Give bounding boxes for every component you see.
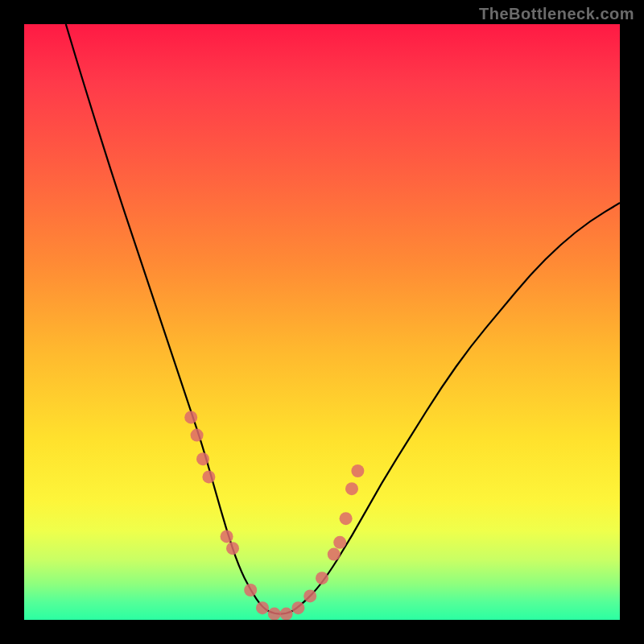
curve-marker [221, 530, 233, 543]
curve-marker [340, 512, 353, 525]
curve-marker [303, 589, 316, 602]
curve-marker [184, 411, 197, 423]
bottleneck-curve [66, 24, 620, 614]
curve-layer [24, 24, 620, 620]
curve-marker [316, 572, 328, 584]
watermark-text: TheBottleneck.com [479, 5, 634, 23]
curve-marker [191, 429, 204, 442]
plot-area [24, 24, 620, 620]
curve-marker [328, 548, 341, 561]
curve-marker [345, 482, 358, 495]
curve-marker [256, 601, 269, 614]
curve-marker [226, 542, 239, 555]
curve-marker [351, 464, 364, 477]
curve-marker [202, 470, 215, 483]
curve-marker [196, 452, 209, 465]
curve-marker [333, 536, 346, 549]
curve-markers [184, 411, 364, 620]
curve-marker [244, 584, 257, 597]
curve-marker [280, 608, 293, 620]
chart-frame: TheBottleneck.com [0, 0, 644, 644]
curve-marker [268, 608, 281, 620]
curve-marker [291, 601, 304, 614]
